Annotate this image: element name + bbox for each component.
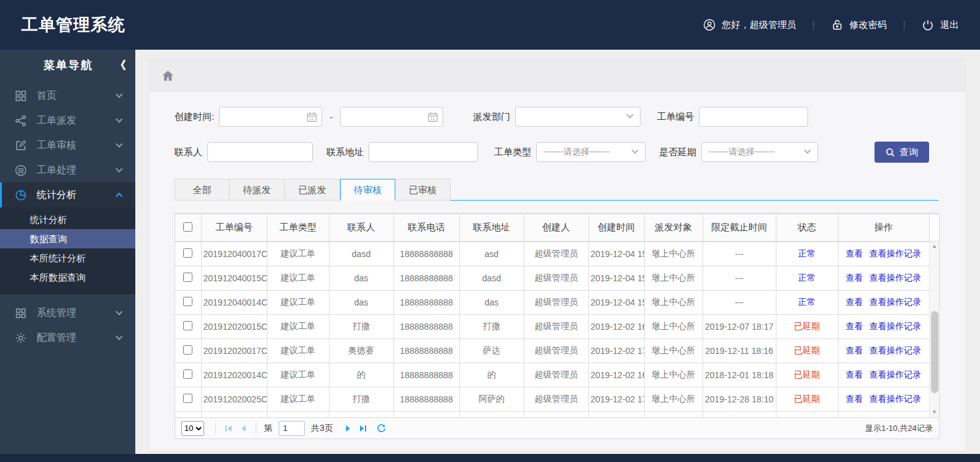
cell-phone: 18888888888 [393,242,459,266]
sidebar-subitem-data-query[interactable]: 数据查询 [0,229,135,248]
dispatch-dept-label: 派发部门 [473,111,510,123]
scroll-down-arrow[interactable]: ▼ [930,407,939,417]
app-title: 工单管理系统 [21,14,125,36]
row-checkbox[interactable] [183,394,192,403]
row-checkbox[interactable] [183,273,192,282]
table-row [175,412,929,418]
row-checkbox[interactable] [183,345,192,355]
view-log-link[interactable]: 查看操作记录 [870,369,922,379]
sidebar-item-label: 工单审核 [37,139,76,152]
cell-order-no: 201912020017C [201,339,267,363]
cell-order-type: 建议工单 [267,339,329,363]
delay-select[interactable]: -------请选择------- [701,142,818,162]
tab-已审核[interactable]: 已审核 [395,179,451,201]
address-field[interactable] [369,142,478,162]
row-checkbox[interactable] [183,369,192,379]
records-summary: 显示1-10,共24记录 [865,423,933,434]
cell-deadline: 2019-12-11 18:16 [703,339,776,363]
order-no-field[interactable] [699,107,808,127]
create-time-end-field[interactable] [340,107,443,127]
next-page-button[interactable] [341,422,356,435]
table-row: 201912020015C 建议工单 打撒 18888888888 打撒 超级管… [175,315,929,339]
order-type-select[interactable]: -------请选择------- [536,142,645,162]
row-checkbox[interactable] [183,297,192,306]
row-select-cell [175,387,201,412]
page-size-select[interactable]: 10 [181,421,204,436]
row-select-cell [175,412,201,418]
view-log-link[interactable]: 查看操作记录 [870,321,922,331]
sidebar-item-home[interactable]: 首页 [0,83,135,108]
cell-order-no: 201912040015C [201,266,267,291]
sidebar-item-review[interactable]: 工单审核 [0,133,135,158]
cell-dispatch-target: 墩上中心所 [644,266,703,291]
sidebar-item-dispatch[interactable]: 工单派发 [0,108,135,133]
sidebar-item-config[interactable]: 配置管理 [0,325,135,350]
cell-deadline: --- [703,242,776,266]
header-actions: 您好，超级管理员 | 修改密码 | 退出 [703,19,959,31]
sidebar-item-statistics[interactable]: 统计分析 [0,183,135,207]
view-log-link[interactable]: 查看操作记录 [870,345,922,355]
row-checkbox[interactable] [183,248,192,258]
view-link[interactable]: 查看 [846,369,863,379]
view-link[interactable]: 查看 [846,321,863,331]
page-number-input[interactable] [279,421,305,436]
greeting-text: 您好，超级管理员 [722,19,796,31]
sidebar-subitem-statistics[interactable]: 统计分析 [0,210,135,229]
last-page-button[interactable] [356,422,371,435]
contact-input[interactable] [213,143,307,161]
tab-全部[interactable]: 全部 [174,179,230,201]
logout-button[interactable]: 退出 [922,19,959,31]
sidebar-item-system[interactable]: 系统管理 [0,301,135,325]
status-badge [776,412,838,418]
table-row: 201912040014C 建议工单 das 18888888888 das 超… [175,291,929,315]
dispatch-dept-select[interactable] [515,107,641,127]
user-greeting[interactable]: 您好，超级管理员 [703,19,796,31]
create-time-start-field[interactable] [219,107,322,127]
view-link[interactable]: 查看 [846,345,863,355]
column-header: 联系电话 [393,214,459,242]
view-link[interactable]: 查看 [846,297,863,307]
view-log-link[interactable]: 查看操作记录 [870,394,922,404]
tab-待派发[interactable]: 待派发 [230,179,285,201]
view-log-link[interactable]: 查看操作记录 [870,297,922,307]
view-log-link[interactable]: 查看操作记录 [870,273,922,283]
address-input[interactable] [374,143,472,161]
search-button[interactable]: 查询 [874,142,929,163]
cell-actions: 查看查看操作记录 [838,315,929,339]
contact-field[interactable] [207,142,313,162]
calendar-icon[interactable] [307,112,317,122]
refresh-button[interactable] [374,422,389,435]
main-content: 创建时间: - 派发部门 [135,50,980,454]
sidebar-title: 菜单导航 [43,58,93,73]
row-checkbox[interactable] [183,321,192,330]
view-log-link[interactable]: 查看操作记录 [870,248,922,258]
sidebar-subitem-local-data-query[interactable]: 本所数据查询 [0,268,135,287]
sidebar-subitem-local-statistics[interactable]: 本所统计分析 [0,248,135,268]
first-page-button[interactable] [221,422,236,435]
cell-deadline: --- [703,266,776,291]
cell-creator [524,412,588,418]
prev-page-button[interactable] [236,422,251,435]
scrollbar-thumb[interactable] [931,311,938,393]
sidebar-item-process[interactable]: 工单处理 [0,158,135,183]
status-badge: 正常 [776,291,838,315]
cell-address: 萨达 [459,339,524,363]
scroll-up-arrow[interactable]: ▲ [930,242,939,251]
calendar-icon[interactable] [428,112,438,122]
tab-待审核[interactable]: 待审核 [340,179,395,201]
home-icon[interactable] [162,70,174,81]
tab-已派发[interactable]: 已派发 [285,179,340,201]
table-scrollbar[interactable]: ▲ ▼ [929,242,939,417]
view-link[interactable]: 查看 [846,273,863,283]
view-link[interactable]: 查看 [846,394,863,404]
chevron-down-icon [627,111,634,118]
sidebar-collapse-icon[interactable]: 《 [115,58,124,73]
filter-row-1: 创建时间: - 派发部门 [150,107,965,127]
order-no-input[interactable] [704,107,802,126]
cell-address: das [459,291,524,315]
lock-icon [831,19,843,31]
view-link[interactable]: 查看 [846,248,863,258]
cell-order-no: 201912040017C [201,242,267,266]
change-password-button[interactable]: 修改密码 [831,19,887,31]
select-all-checkbox[interactable] [183,222,192,232]
